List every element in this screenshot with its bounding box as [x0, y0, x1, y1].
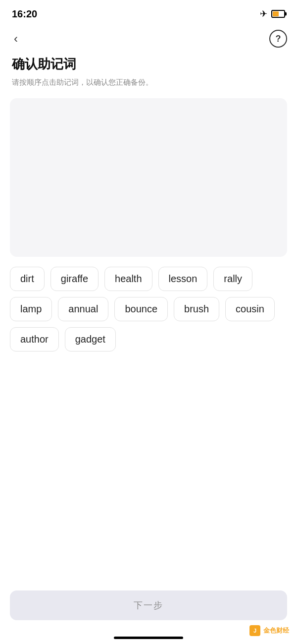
word-chip-brush[interactable]: brush: [174, 297, 219, 321]
back-button[interactable]: ‹: [10, 31, 22, 47]
watermark: J 金色财经: [249, 625, 289, 636]
word-chip-rally[interactable]: rally: [213, 267, 252, 291]
word-chip-bounce[interactable]: bounce: [114, 297, 168, 321]
word-chip-health[interactable]: health: [104, 267, 152, 291]
word-chip-gadget[interactable]: gadget: [65, 327, 116, 351]
page-subtitle: 请按顺序点击助记词，以确认您正确备份。: [12, 77, 285, 88]
watermark-icon: J: [249, 625, 260, 636]
nav-bar: ‹ ?: [0, 26, 297, 54]
next-button[interactable]: 下一步: [10, 590, 287, 620]
status-time: 16:20: [12, 8, 37, 20]
home-indicator: [114, 637, 183, 639]
airplane-icon: ✈: [260, 8, 267, 19]
word-chip-annual[interactable]: annual: [58, 297, 108, 321]
status-icons: ✈: [260, 8, 285, 19]
word-chip-cousin[interactable]: cousin: [225, 297, 275, 321]
status-bar: 16:20 ✈: [0, 0, 297, 26]
battery-fill: [273, 11, 279, 16]
word-chip-giraffe[interactable]: giraffe: [50, 267, 99, 291]
page-title: 确认助记词: [12, 56, 285, 73]
mnemonic-input-area: [10, 98, 287, 257]
page-header: 确认助记词 请按顺序点击助记词，以确认您正确备份。: [0, 54, 297, 98]
words-container: dirtgiraffehealthlessonrallylampannualbo…: [0, 267, 297, 351]
watermark-text: 金色财经: [263, 626, 289, 635]
word-chip-author[interactable]: author: [10, 327, 59, 351]
word-chip-dirt[interactable]: dirt: [10, 267, 45, 291]
battery-icon: [271, 10, 285, 18]
help-button[interactable]: ?: [269, 30, 287, 48]
word-chip-lesson[interactable]: lesson: [158, 267, 208, 291]
word-chip-lamp[interactable]: lamp: [10, 297, 52, 321]
